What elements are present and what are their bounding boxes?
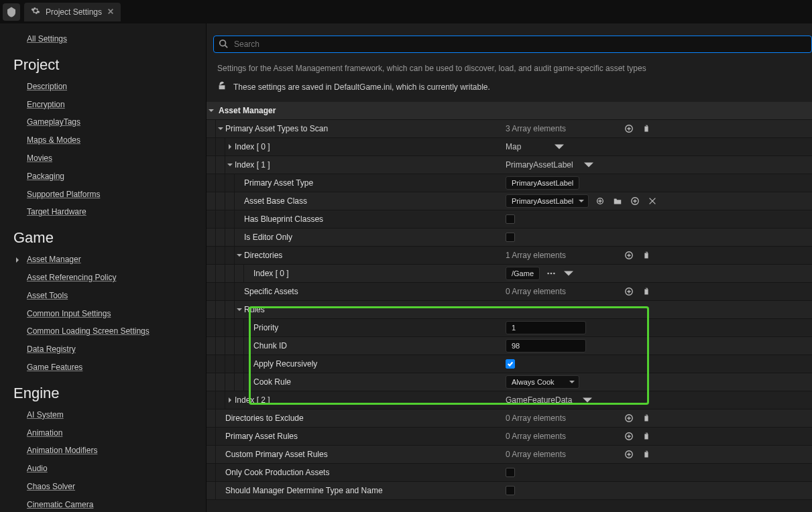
sidebar-item-description[interactable]: Description (0, 78, 194, 96)
sidebar-item-cinematic-camera[interactable]: Cinematic Camera (0, 496, 194, 512)
row-has-blueprint-classes: Has Blueprint Classes (207, 210, 812, 229)
sidebar-item-gameplaytags[interactable]: GameplayTags (0, 113, 194, 131)
settings-sidebar: All Settings Project Description Encrypt… (0, 23, 206, 512)
text-value[interactable]: PrimaryAssetLabel (506, 176, 579, 190)
sidebar-item-asset-ref-policy[interactable]: Asset Referencing Policy (0, 269, 194, 287)
property-label: Directories (244, 251, 282, 260)
path-value[interactable]: /Game (506, 267, 540, 280)
property-value: GameFeatureData (506, 395, 572, 405)
chevron-down-icon[interactable] (216, 126, 225, 131)
sidebar-item-audio[interactable]: Audio (0, 460, 194, 478)
priority-input[interactable] (506, 321, 586, 334)
row-index-0: Index [ 0 ] Map (207, 138, 812, 156)
trash-icon[interactable] (640, 412, 652, 424)
property-label: Has Blueprint Classes (244, 214, 323, 224)
sidebar-item-supported-platforms[interactable]: Supported Platforms (0, 186, 194, 204)
row-custom-primary-asset-rules: Custom Primary Asset Rules 0 Array eleme… (207, 446, 812, 464)
chevron-down-icon[interactable] (235, 307, 244, 312)
add-icon[interactable] (623, 123, 635, 135)
checkbox-checked[interactable] (506, 359, 515, 369)
property-grid: Asset Manager Primary Asset Types to Sca… (207, 102, 812, 512)
chevron-right-icon[interactable] (225, 397, 235, 403)
chevron-down-icon[interactable] (235, 253, 244, 258)
sidebar-item-ai-system[interactable]: AI System (0, 406, 194, 424)
add-icon[interactable] (623, 448, 635, 460)
chevron-down-icon[interactable] (225, 162, 235, 168)
tab-project-settings[interactable]: Project Settings (24, 3, 121, 21)
checkbox[interactable] (506, 468, 515, 477)
sidebar-item-packaging[interactable]: Packaging (0, 168, 194, 186)
tab-bar: Project Settings (0, 0, 812, 23)
sidebar-item-data-registry[interactable]: Data Registry (0, 340, 194, 359)
property-label: Priority (253, 323, 278, 332)
browse-icon[interactable] (594, 195, 606, 207)
sidebar-all-settings[interactable]: All Settings (0, 30, 194, 48)
sidebar-item-common-input[interactable]: Common Input Settings (0, 305, 194, 323)
folder-icon[interactable] (612, 195, 624, 207)
chevron-down-icon[interactable] (207, 108, 216, 113)
checkbox[interactable] (506, 214, 515, 224)
gear-icon (31, 6, 40, 17)
chevron-right-icon[interactable] (225, 144, 235, 149)
sidebar-item-asset-manager[interactable]: Asset Manager (25, 251, 81, 269)
array-count: 1 Array elements (506, 251, 566, 260)
row-should-manager-determine: Should Manager Determine Type and Name (207, 482, 812, 500)
chevron-down-icon[interactable] (553, 141, 565, 153)
sidebar-item-movies[interactable]: Movies (0, 149, 194, 168)
property-label: Index [ 0 ] (253, 269, 289, 278)
add-icon[interactable] (629, 195, 641, 207)
property-label: Apply Recursively (253, 359, 317, 369)
property-label: Only Cook Production Assets (225, 468, 329, 477)
clear-icon[interactable] (646, 195, 658, 207)
close-icon[interactable] (107, 7, 114, 17)
property-label: Index [ 0 ] (235, 142, 270, 151)
chevron-down-icon[interactable] (563, 267, 575, 279)
search-input[interactable] (213, 36, 812, 53)
trash-icon[interactable] (640, 448, 652, 460)
add-icon[interactable] (623, 430, 635, 442)
sidebar-item-maps-modes[interactable]: Maps & Modes (0, 131, 194, 149)
category-asset-manager[interactable]: Asset Manager (207, 102, 812, 120)
sidebar-item-game-features[interactable]: Game Features (0, 359, 194, 377)
row-directories: Directories 1 Array elements (207, 247, 812, 265)
row-primary-asset-rules: Primary Asset Rules 0 Array elements (207, 428, 812, 446)
add-icon[interactable] (623, 412, 635, 424)
trash-icon[interactable] (640, 123, 652, 135)
chunk-id-input[interactable] (506, 339, 586, 353)
cook-rule-combo[interactable]: Always Cook (506, 375, 579, 389)
ellipsis-icon[interactable] (545, 267, 557, 279)
app-logo-icon[interactable] (3, 3, 20, 21)
property-label: Specific Assets (244, 287, 298, 296)
chevron-down-icon[interactable] (581, 394, 593, 406)
property-label: Rules (244, 305, 265, 314)
row-directories-exclude: Directories to Exclude 0 Array elements (207, 409, 812, 428)
sidebar-item-chaos-solver[interactable]: Chaos Solver (0, 478, 194, 496)
sidebar-item-animation-modifiers[interactable]: Animation Modifiers (0, 442, 194, 460)
checkbox[interactable] (506, 233, 515, 242)
tab-title: Project Settings (46, 7, 102, 17)
trash-icon[interactable] (640, 249, 652, 261)
search-icon (219, 39, 228, 50)
sidebar-item-animation[interactable]: Animation (0, 424, 194, 442)
property-label: Directories to Exclude (225, 413, 304, 423)
row-chunk-id: Chunk ID (207, 337, 812, 355)
class-picker[interactable]: PrimaryAssetLabel (506, 194, 589, 208)
sidebar-item-target-hardware[interactable]: Target Hardware (0, 203, 194, 221)
chevron-down-icon[interactable] (583, 159, 595, 171)
svg-point-0 (220, 40, 226, 46)
trash-icon[interactable] (640, 285, 652, 298)
sidebar-item-asset-tools[interactable]: Asset Tools (0, 287, 194, 305)
checkbox[interactable] (506, 486, 515, 495)
add-icon[interactable] (623, 249, 635, 261)
property-label: Should Manager Determine Type and Name (225, 486, 383, 495)
row-cook-rule: Cook Rule Always Cook (207, 373, 812, 391)
chevron-right-icon[interactable] (15, 255, 24, 265)
sidebar-item-common-loading[interactable]: Common Loading Screen Settings (0, 322, 194, 340)
property-label: Primary Asset Rules (225, 432, 298, 441)
sidebar-item-encryption[interactable]: Encryption (0, 96, 194, 114)
row-only-cook-production: Only Cook Production Assets (207, 464, 812, 482)
trash-icon[interactable] (640, 430, 652, 442)
property-label: Asset Base Class (244, 196, 307, 206)
property-label: Chunk ID (253, 341, 287, 350)
add-icon[interactable] (623, 285, 635, 298)
